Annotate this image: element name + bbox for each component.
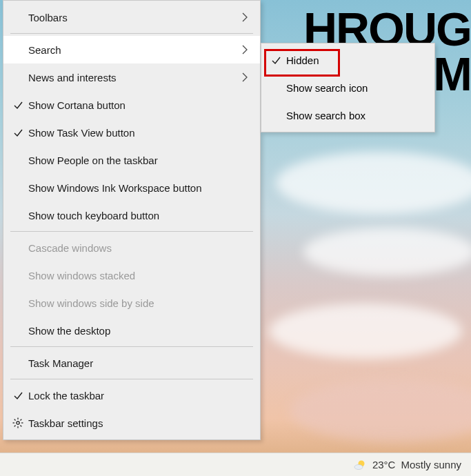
menu-label: Show Windows Ink Workspace button: [27, 182, 250, 194]
search-submenu: Hidden Show search icon Show search box: [261, 43, 435, 132]
svg-point-0: [17, 422, 19, 424]
menu-label: Lock the taskbar: [27, 390, 250, 401]
weather-temp: 23°C: [372, 459, 396, 470]
separator: [10, 379, 253, 379]
menu-label: News and interests: [27, 72, 239, 83]
gear-icon: [9, 417, 27, 428]
chevron-right-icon: [239, 45, 250, 54]
menu-label: Show the desktop: [27, 325, 250, 337]
wallpaper-clouds: [262, 124, 471, 448]
weather-icon: [353, 458, 367, 472]
menu-item-stacked: Show windows stacked: [3, 261, 260, 289]
menu-label: Show search box: [285, 110, 422, 121]
check-icon: [9, 128, 27, 138]
separator: [10, 231, 253, 232]
submenu-item-show-box[interactable]: Show search box: [261, 101, 434, 129]
menu-item-taskmgr[interactable]: Task Manager: [3, 349, 260, 377]
menu-item-cascade: Cascade windows: [3, 234, 260, 261]
submenu-item-show-icon[interactable]: Show search icon: [261, 74, 434, 101]
menu-item-news[interactable]: News and interests: [3, 63, 260, 91]
svg-point-10: [354, 464, 363, 469]
menu-label: Search: [27, 44, 239, 56]
menu-item-cortana[interactable]: Show Cortana button: [3, 91, 260, 119]
menu-item-touchkb[interactable]: Show touch keyboard button: [3, 201, 260, 229]
svg-line-7: [14, 426, 16, 427]
menu-item-desktop[interactable]: Show the desktop: [3, 317, 260, 344]
submenu-item-hidden[interactable]: Hidden: [261, 46, 434, 74]
menu-label: Show windows side by side: [27, 297, 250, 309]
menu-label: Show Task View button: [27, 127, 250, 139]
svg-line-5: [14, 419, 16, 421]
menu-item-sidebyside: Show windows side by side: [3, 289, 260, 317]
menu-label: Show Cortana button: [27, 99, 250, 111]
check-icon: [267, 55, 285, 66]
menu-label: Cascade windows: [27, 242, 250, 254]
taskbar-context-menu: Toolbars Search News and interests Show …: [3, 0, 261, 440]
menu-label: Hidden: [285, 54, 422, 66]
taskbar[interactable]: 23°C Mostly sunny: [0, 453, 471, 476]
menu-item-toolbars[interactable]: Toolbars: [3, 3, 260, 31]
menu-label: Taskbar settings: [27, 417, 250, 429]
svg-line-6: [21, 426, 22, 427]
menu-label: Show windows stacked: [27, 270, 250, 281]
menu-label: Toolbars: [27, 12, 239, 23]
menu-label: Show search icon: [285, 82, 422, 94]
svg-line-8: [21, 419, 22, 421]
separator: [10, 33, 253, 34]
check-icon: [9, 390, 27, 401]
menu-label: Show touch keyboard button: [27, 210, 250, 221]
menu-item-people[interactable]: Show People on the taskbar: [3, 146, 260, 174]
menu-item-ink[interactable]: Show Windows Ink Workspace button: [3, 174, 260, 201]
menu-label: Show People on the taskbar: [27, 155, 250, 166]
menu-item-search[interactable]: Search: [3, 36, 260, 63]
menu-item-taskview[interactable]: Show Task View button: [3, 119, 260, 146]
menu-item-lock[interactable]: Lock the taskbar: [3, 381, 260, 409]
weather-condition: Mostly sunny: [401, 459, 461, 470]
check-icon: [9, 100, 27, 110]
chevron-right-icon: [239, 12, 250, 22]
chevron-right-icon: [239, 72, 250, 82]
menu-item-settings[interactable]: Taskbar settings: [3, 409, 260, 437]
menu-label: Task Manager: [27, 357, 250, 369]
separator: [10, 346, 253, 347]
